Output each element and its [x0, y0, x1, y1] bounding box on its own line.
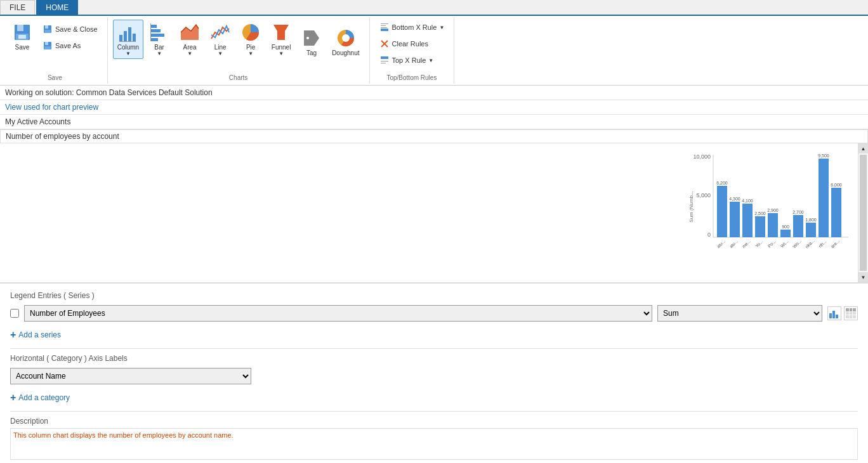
add-category-button[interactable]: + Add a category [10, 389, 858, 406]
svg-rect-10 [119, 35, 122, 41]
svg-text:Wo...: Wo... [792, 238, 802, 249]
legend-section-title: Legend Entries ( Series ) [10, 291, 858, 300]
save-as-button[interactable]: Save As [38, 38, 102, 53]
clear-rules-icon [379, 39, 390, 49]
tab-file[interactable]: FILE [0, 0, 35, 15]
add-series-label: Add a series [18, 330, 61, 339]
line-chart-button[interactable]: Line ▼ [206, 20, 235, 59]
svg-text:are...: are... [830, 238, 840, 249]
pie-chart-button[interactable]: Pie ▼ [236, 20, 265, 59]
svg-text:0: 0 [707, 232, 711, 238]
top-x-dropdown[interactable]: ▼ [428, 58, 433, 63]
ribbon-charts-group: Column ▼ Bar ▼ [108, 17, 370, 84]
save-label: Save [15, 44, 30, 51]
doughnut-icon [336, 28, 356, 48]
series-checkbox[interactable] [10, 309, 19, 318]
ribbon-topbottom-group: Bottom X Rule ▼ Clear Rules Top X Rule ▼ [370, 17, 455, 84]
svg-text:atu...: atu... [728, 238, 739, 249]
ribbon: Save Save & Close [0, 16, 868, 86]
add-series-plus: + [10, 329, 16, 341]
svg-text:10,000: 10,000 [693, 153, 711, 160]
chart-title-bar[interactable]: Number of employees by account [0, 129, 868, 143]
clear-rules-button[interactable]: Clear Rules [375, 36, 449, 51]
series-field-select[interactable]: Number of Employees [24, 305, 652, 322]
svg-rect-68 [831, 188, 841, 237]
topbottom-group-label: Top/Bottom Rules [375, 72, 449, 81]
category-row: Account Name [10, 368, 858, 384]
svg-text:Sum (Numb...: Sum (Numb... [688, 191, 694, 222]
description-label: Description [10, 417, 858, 426]
svg-text:6,000: 6,000 [831, 183, 842, 187]
svg-text:4,300: 4,300 [729, 197, 740, 201]
svg-text:4,100: 4,100 [742, 199, 753, 203]
funnel-chart-button[interactable]: Funnel ▼ [266, 20, 296, 59]
pie-dropdown-arrow[interactable]: ▼ [248, 51, 253, 56]
svg-text:2,900: 2,900 [767, 208, 779, 212]
add-category-plus: + [10, 392, 16, 403]
svg-rect-17 [150, 34, 164, 37]
series-bar-chart-icon[interactable] [827, 306, 841, 320]
chart-title-text: Number of employees by account [6, 132, 119, 141]
bottom-x-dropdown[interactable]: ▼ [439, 25, 444, 30]
svg-text:Po...: Po... [767, 239, 777, 249]
scroll-down-button[interactable]: ▼ [858, 272, 868, 282]
svg-rect-15 [150, 25, 157, 28]
tab-home[interactable]: HOME [36, 0, 78, 15]
main-content: Working on solution: Common Data Service… [0, 86, 868, 463]
save-buttons-row: Save Save & Close [8, 20, 102, 53]
svg-rect-34 [381, 63, 386, 63]
bottom-x-rule-button[interactable]: Bottom X Rule ▼ [375, 20, 449, 35]
view-link[interactable]: View used for chart preview [5, 103, 98, 112]
doughnut-chart-button[interactable]: Doughnut [327, 25, 364, 59]
category-section-title: Horizontal ( Category ) Axis Labels [10, 354, 858, 363]
area-icon [180, 22, 200, 42]
svg-point-23 [306, 37, 309, 39]
column-chart-button[interactable]: Column ▼ [113, 20, 143, 59]
svg-rect-59 [793, 215, 803, 237]
line-dropdown-arrow[interactable]: ▼ [218, 51, 223, 56]
series-table-icon[interactable] [844, 306, 858, 320]
column-dropdown-arrow[interactable]: ▼ [126, 51, 131, 56]
svg-rect-9 [44, 46, 51, 49]
scroll-up-button[interactable]: ▲ [858, 143, 868, 153]
tag-icon [301, 28, 322, 48]
chart-scrollbar[interactable]: ▲ ▼ [858, 143, 868, 282]
top-x-rule-button[interactable]: Top X Rule ▼ [375, 53, 449, 68]
series-agg-select[interactable]: Sum [657, 305, 822, 322]
svg-rect-1 [17, 25, 23, 31]
tag-chart-button[interactable]: Tag [297, 25, 326, 59]
category-field-select[interactable]: Account Name [10, 368, 251, 384]
bar-chart-button[interactable]: Bar ▼ [145, 20, 174, 59]
svg-rect-13 [133, 34, 136, 41]
svg-text:nka...: nka... [805, 238, 815, 249]
save-small-group: Save & Close Save As [38, 22, 102, 53]
svg-rect-12 [128, 27, 131, 41]
svg-marker-22 [273, 25, 289, 40]
tab-bar: FILE HOME [0, 0, 868, 16]
svg-text:Wi...: Wi... [780, 239, 789, 249]
save-close-icon [43, 24, 53, 34]
add-series-button[interactable]: + Add a series [10, 327, 858, 343]
svg-rect-6 [44, 30, 51, 33]
svg-text:2,500: 2,500 [754, 211, 766, 216]
charts-group-label: Charts [113, 72, 364, 81]
svg-rect-14 [119, 41, 136, 42]
svg-text:rth...: rth... [818, 239, 827, 249]
save-button[interactable]: Save [8, 20, 37, 53]
svg-text:5,000: 5,000 [696, 192, 711, 199]
column-label: Column [117, 44, 139, 51]
area-chart-button[interactable]: Area ▼ [175, 20, 204, 59]
funnel-icon [271, 22, 291, 42]
save-close-button[interactable]: Save & Close [38, 22, 102, 37]
area-dropdown-arrow[interactable]: ▼ [187, 51, 192, 56]
svg-rect-28 [381, 25, 386, 26]
svg-rect-18 [150, 38, 158, 41]
scroll-thumb[interactable] [860, 155, 867, 271]
svg-text:Yo...: Yo... [754, 239, 764, 249]
pie-label: Pie [246, 44, 255, 51]
funnel-dropdown-arrow[interactable]: ▼ [279, 51, 284, 56]
description-text[interactable]: This column chart displays the number of… [10, 428, 858, 460]
svg-text:atu...: atu... [716, 238, 726, 249]
series-icons [827, 306, 858, 320]
bar-dropdown-arrow[interactable]: ▼ [157, 51, 162, 56]
